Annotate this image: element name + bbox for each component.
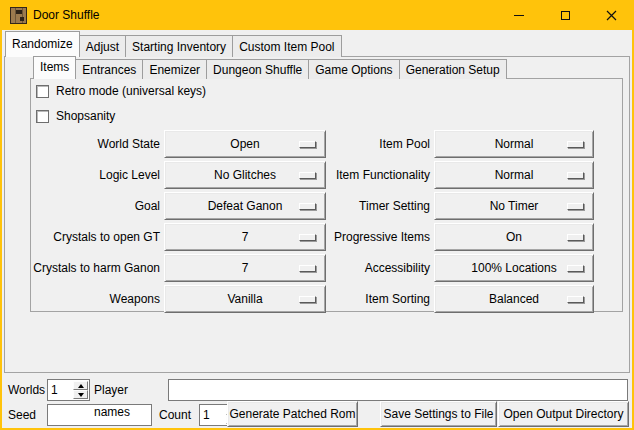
close-icon <box>606 10 617 21</box>
world-state-value: Open <box>230 137 259 151</box>
shopsanity-checkbox[interactable] <box>36 110 49 123</box>
count-label: Count <box>159 404 195 426</box>
titlebar: Door Shuffle <box>0 0 634 30</box>
accessibility-value: 100% Locations <box>471 261 556 275</box>
dropdown-indicator-icon <box>567 141 584 148</box>
timer-setting-dropdown[interactable]: No Timer <box>434 192 594 220</box>
tab-entrances[interactable]: Entrances <box>75 59 143 79</box>
window-title: Door Shuffle <box>33 0 100 30</box>
dropdown-indicator-icon <box>567 265 584 272</box>
shopsanity-row: Shopsanity <box>36 109 115 123</box>
tab-starting-inventory[interactable]: Starting Inventory <box>125 35 233 57</box>
worlds-spin-up-button[interactable] <box>73 381 88 390</box>
maximize-icon <box>561 11 570 20</box>
item-functionality-value: Normal <box>495 168 534 182</box>
retro-mode-label: Retro mode (universal keys) <box>56 84 206 98</box>
goal-label: Goal <box>8 192 160 220</box>
progressive-items-dropdown[interactable]: On <box>434 223 594 251</box>
weapons-value: Vanilla <box>227 292 262 306</box>
retro-mode-checkbox[interactable] <box>36 85 49 98</box>
window: Door Shuffle Randomize Adjust Starting I… <box>0 0 634 430</box>
item-sorting-label: Item Sorting <box>270 285 430 313</box>
weapons-label: Weapons <box>8 285 160 313</box>
down-arrow-icon <box>78 393 84 397</box>
minimize-icon <box>514 15 524 16</box>
crystals-ganon-value: 7 <box>242 261 249 275</box>
outer-tab-bar: Randomize Adjust Starting Inventory Cust… <box>5 31 342 57</box>
item-sorting-dropdown[interactable]: Balanced <box>434 285 594 313</box>
count-spinbox-input[interactable] <box>201 406 223 424</box>
accessibility-dropdown[interactable]: 100% Locations <box>434 254 594 282</box>
dropdown-indicator-icon <box>567 234 584 241</box>
item-functionality-label: Item Functionality <box>270 161 430 189</box>
player-names-label: Player names <box>94 379 166 401</box>
progressive-items-label: Progressive Items <box>270 223 430 251</box>
logic-level-label: Logic Level <box>8 161 160 189</box>
inner-tab-bar: Items Entrances Enemizer Dungeon Shuffle… <box>33 56 507 79</box>
worlds-spin-down-button[interactable] <box>73 390 88 399</box>
tab-items[interactable]: Items <box>33 56 76 79</box>
worlds-spinbox-input[interactable] <box>49 381 71 399</box>
shopsanity-label: Shopsanity <box>56 109 115 123</box>
item-pool-value: Normal <box>495 137 534 151</box>
player-names-input[interactable] <box>168 379 628 401</box>
tab-generation-setup[interactable]: Generation Setup <box>399 59 507 79</box>
up-arrow-icon <box>78 384 84 388</box>
generate-patched-rom-button[interactable]: Generate Patched Rom <box>227 401 358 427</box>
timer-setting-value: No Timer <box>490 199 539 213</box>
tab-enemizer[interactable]: Enemizer <box>142 59 207 79</box>
dropdown-indicator-icon <box>567 172 584 179</box>
close-button[interactable] <box>588 0 634 30</box>
dropdown-indicator-icon <box>567 203 584 210</box>
worlds-spinbox[interactable] <box>47 379 90 401</box>
seed-label: Seed # <box>8 404 46 426</box>
tab-dungeon-shuffle[interactable]: Dungeon Shuffle <box>206 59 309 79</box>
progressive-items-value: On <box>506 230 522 244</box>
world-state-label: World State <box>8 130 160 158</box>
door-crate-icon <box>10 7 27 24</box>
maximize-button[interactable] <box>542 0 588 30</box>
crystals-gt-value: 7 <box>242 230 249 244</box>
accessibility-label: Accessibility <box>270 254 430 282</box>
retro-mode-row: Retro mode (universal keys) <box>36 84 206 98</box>
tab-custom-item-pool[interactable]: Custom Item Pool <box>232 35 341 57</box>
open-output-directory-button[interactable]: Open Output Directory <box>498 401 629 427</box>
timer-setting-label: Timer Setting <box>270 192 430 220</box>
item-pool-label: Item Pool <box>270 130 430 158</box>
tab-game-options[interactable]: Game Options <box>308 59 399 79</box>
minimize-button[interactable] <box>496 0 542 30</box>
logic-level-value: No Glitches <box>214 168 276 182</box>
caption-buttons <box>496 0 634 30</box>
crystals-gt-label: Crystals to open GT <box>8 223 160 251</box>
save-settings-button[interactable]: Save Settings to File <box>380 401 497 427</box>
item-sorting-value: Balanced <box>489 292 539 306</box>
worlds-label: Worlds <box>8 379 46 401</box>
item-functionality-dropdown[interactable]: Normal <box>434 161 594 189</box>
item-pool-dropdown[interactable]: Normal <box>434 130 594 158</box>
crystals-ganon-label: Crystals to harm Ganon <box>8 254 160 282</box>
tab-adjust[interactable]: Adjust <box>79 35 126 57</box>
tab-randomize[interactable]: Randomize <box>5 31 80 57</box>
dropdown-indicator-icon <box>567 296 584 303</box>
